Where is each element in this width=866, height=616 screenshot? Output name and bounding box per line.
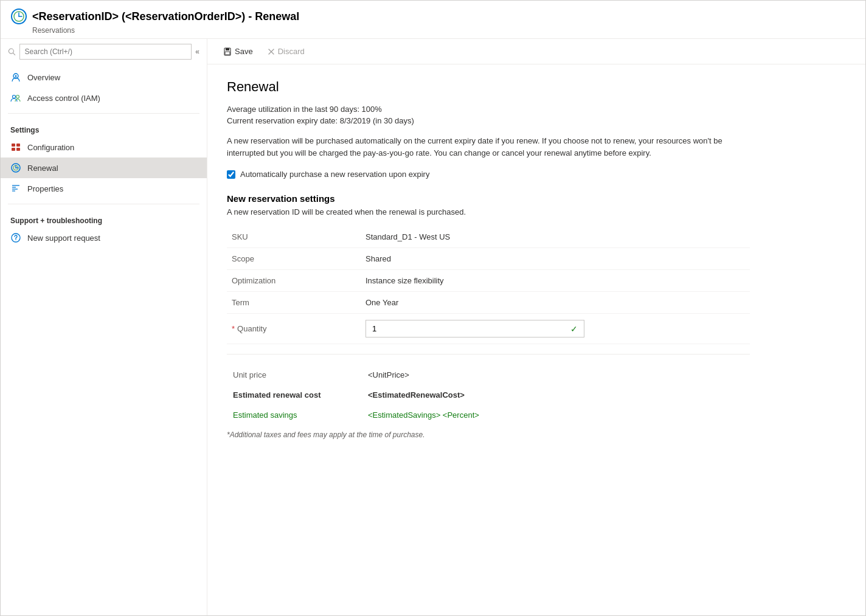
svg-point-8	[13, 95, 16, 99]
app-header: <ReservationID> (<ReservationOrderID>) -…	[1, 1, 865, 39]
search-input[interactable]	[19, 44, 192, 60]
table-row-term: Term One Year	[227, 292, 750, 314]
svg-rect-12	[12, 148, 15, 151]
price-value-unit: <UnitPrice>	[363, 365, 749, 384]
table-row-quantity: *Quantity ✓	[227, 314, 750, 344]
discard-button[interactable]: Discard	[262, 44, 311, 59]
field-value-term: One Year	[361, 292, 750, 314]
properties-icon	[10, 183, 21, 194]
new-reservation-title: New reservation settings	[227, 193, 846, 204]
sidebar-collapse-button[interactable]: «	[195, 47, 199, 56]
field-label-quantity: *Quantity	[227, 314, 361, 344]
sidebar-section-settings: Settings	[1, 119, 207, 137]
reservation-icon	[10, 8, 27, 25]
header-title-text: <ReservationID> (<ReservationOrderID>) -…	[32, 10, 299, 23]
save-icon	[223, 47, 232, 56]
price-value-estimated: <EstimatedRenewalCost>	[363, 386, 749, 404]
content-area: Save Discard Renewal Average utilization…	[207, 39, 865, 615]
renewal-icon	[10, 162, 21, 173]
new-reservation-subtitle: A new reservation ID will be created whe…	[227, 207, 846, 216]
svg-rect-10	[12, 144, 15, 147]
field-value-optimization: Instance size flexibility	[361, 270, 750, 292]
breadcrumb: Reservations	[32, 26, 856, 35]
sidebar-divider-support	[8, 204, 199, 204]
sidebar-item-configuration[interactable]: Configuration	[1, 137, 207, 157]
pricing-table: Unit price <UnitPrice> Estimated renewal…	[227, 364, 750, 426]
field-value-quantity: ✓	[361, 314, 750, 344]
sidebar-item-overview-label: Overview	[27, 73, 60, 82]
discard-icon	[268, 48, 275, 55]
save-label: Save	[235, 47, 253, 56]
sidebar-item-new-support[interactable]: New support request	[1, 227, 207, 248]
info-block: Average utilization in the last 90 days:…	[227, 105, 846, 125]
sidebar-section-support: Support + troubleshooting	[1, 209, 207, 227]
auto-purchase-checkbox[interactable]	[227, 170, 235, 179]
svg-point-9	[16, 95, 19, 99]
footnote: *Additional taxes and fees may apply at …	[227, 431, 846, 439]
price-row-estimated: Estimated renewal cost <EstimatedRenewal…	[228, 386, 749, 404]
sidebar-item-new-support-label: New support request	[27, 234, 100, 243]
overview-icon	[10, 72, 21, 83]
iam-icon	[10, 92, 21, 103]
expiry-line: Current reservation expiry date: 8/3/201…	[227, 116, 846, 125]
svg-point-7	[15, 75, 17, 77]
page-content: Renewal Average utilization in the last …	[207, 64, 865, 454]
field-value-sku: Standard_D1 - West US	[361, 226, 750, 248]
discard-label: Discard	[278, 47, 305, 56]
svg-rect-26	[225, 52, 230, 55]
sidebar-item-renewal[interactable]: Renewal	[1, 157, 207, 178]
auto-purchase-checkbox-row: Automatically purchase a new reservation…	[227, 170, 846, 179]
sidebar-item-iam-label: Access control (IAM)	[27, 94, 100, 103]
sidebar-item-iam[interactable]: Access control (IAM)	[1, 88, 207, 108]
sidebar-search-wrap: «	[1, 39, 207, 64]
page-title-header: <ReservationID> (<ReservationOrderID>) -…	[10, 8, 856, 25]
sidebar-item-overview[interactable]: Overview	[1, 67, 207, 88]
field-value-scope: Shared	[361, 248, 750, 270]
price-label-unit: Unit price	[228, 365, 362, 384]
table-row-scope: Scope Shared	[227, 248, 750, 270]
table-row-optimization: Optimization Instance size flexibility	[227, 270, 750, 292]
price-row-savings: Estimated savings <EstimatedSavings> <Pe…	[228, 406, 749, 424]
sidebar: « Overview	[1, 39, 207, 615]
field-label-sku: SKU	[227, 226, 361, 248]
renewal-description: A new reservation will be purchased auto…	[227, 135, 750, 159]
new-reservation-section: New reservation settings A new reservati…	[227, 193, 846, 344]
search-icon	[8, 47, 16, 56]
table-row-sku: SKU Standard_D1 - West US	[227, 226, 750, 248]
required-mark: *	[232, 324, 235, 333]
svg-point-23	[15, 239, 16, 240]
auto-purchase-label[interactable]: Automatically purchase a new reservation…	[240, 170, 429, 179]
price-label-estimated: Estimated renewal cost	[228, 386, 362, 404]
svg-rect-13	[16, 148, 20, 151]
support-icon	[10, 232, 21, 243]
sidebar-item-configuration-label: Configuration	[27, 143, 74, 152]
sidebar-item-properties-label: Properties	[27, 184, 63, 193]
renewal-title: Renewal	[227, 79, 846, 95]
price-value-savings: <EstimatedSavings> <Percent>	[363, 406, 749, 424]
quantity-check-icon: ✓	[564, 324, 584, 334]
toolbar: Save Discard	[207, 39, 865, 64]
settings-table: SKU Standard_D1 - West US Scope Shared O…	[227, 226, 750, 344]
sidebar-item-renewal-label: Renewal	[27, 164, 58, 173]
field-label-scope: Scope	[227, 248, 361, 270]
field-label-optimization: Optimization	[227, 270, 361, 292]
field-label-term: Term	[227, 292, 361, 314]
sidebar-item-properties[interactable]: Properties	[1, 178, 207, 199]
pricing-divider	[227, 354, 750, 355]
sidebar-divider-settings	[8, 113, 199, 114]
svg-line-5	[13, 53, 15, 55]
utilization-line: Average utilization in the last 90 days:…	[227, 105, 846, 114]
svg-rect-25	[226, 48, 229, 50]
sidebar-nav: Overview Access control (IAM) Settings	[1, 64, 207, 251]
quantity-input[interactable]	[366, 320, 564, 337]
price-label-savings: Estimated savings	[228, 406, 362, 424]
quantity-input-wrap: ✓	[365, 320, 584, 337]
price-row-unit: Unit price <UnitPrice>	[228, 365, 749, 384]
svg-rect-11	[16, 144, 20, 147]
save-button[interactable]: Save	[217, 44, 259, 59]
config-icon	[10, 142, 21, 153]
